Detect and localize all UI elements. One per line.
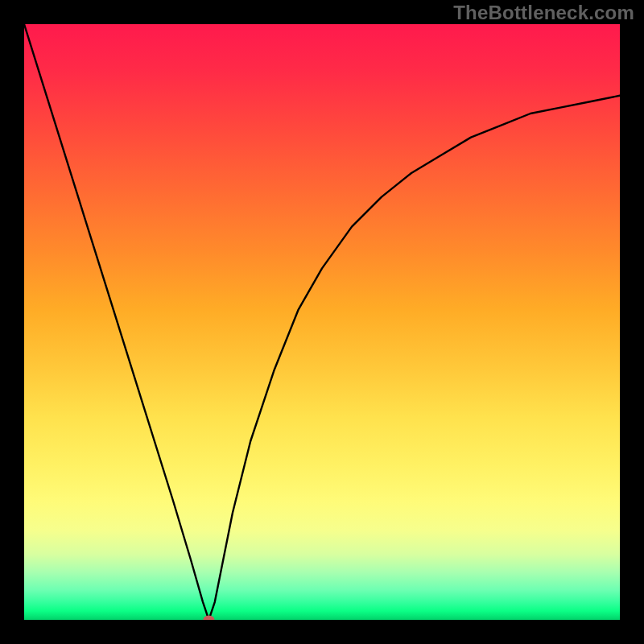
chart-container: TheBottleneck.com xyxy=(0,0,644,644)
watermark-text: TheBottleneck.com xyxy=(453,2,634,24)
minimum-marker xyxy=(203,616,214,621)
curve-layer xyxy=(24,24,620,620)
chart-svg xyxy=(24,24,620,620)
plot-area xyxy=(24,24,620,620)
bottleneck-curve xyxy=(24,24,620,620)
